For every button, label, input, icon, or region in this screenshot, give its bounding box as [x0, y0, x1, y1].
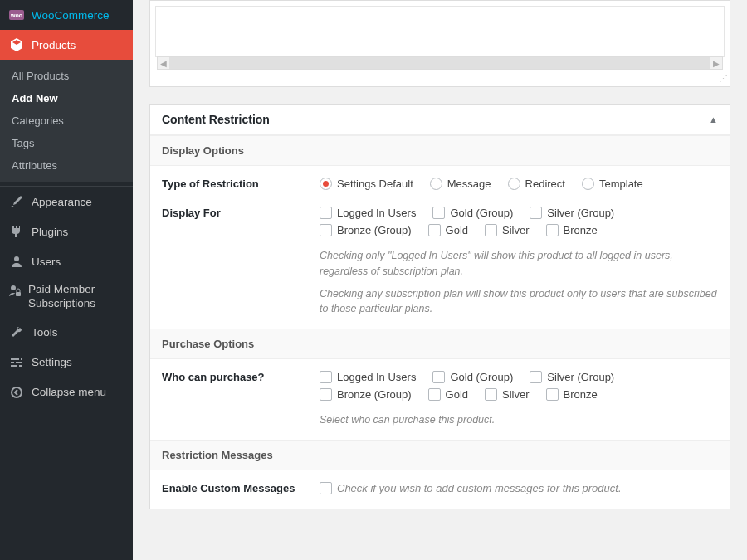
- sidebar-item-tools[interactable]: Tools: [0, 318, 133, 348]
- display-for-controls: Logged In Users Gold (Group) Silver (Gro…: [320, 207, 718, 317]
- sidebar-label: Products: [32, 39, 76, 51]
- scroll-right-icon[interactable]: ▶: [710, 59, 722, 68]
- hint-text: Checking any subscription plan will show…: [320, 286, 718, 318]
- submenu-tags[interactable]: Tags: [0, 132, 133, 154]
- scroll-track[interactable]: [169, 57, 710, 69]
- check-logged-in-users[interactable]: Logged In Users: [320, 371, 416, 383]
- field-type-of-restriction: Type of Restriction Settings Default Mes…: [150, 166, 730, 207]
- checkbox-icon: [320, 482, 332, 494]
- sidebar-label: Paid Member Subscriptions: [28, 283, 124, 311]
- check-bronze-group[interactable]: Bronze (Group): [320, 388, 412, 401]
- editor-area[interactable]: ◀ ▶ ⋰: [149, 0, 730, 87]
- checkbox-icon: [320, 224, 332, 236]
- check-gold-group[interactable]: Gold (Group): [432, 371, 513, 383]
- submenu-all-products[interactable]: All Products: [0, 65, 133, 87]
- sidebar-item-appearance[interactable]: Appearance: [0, 187, 133, 217]
- svg-rect-4: [16, 292, 21, 296]
- panel-header[interactable]: Content Restriction ▲: [150, 105, 730, 135]
- svg-point-5: [12, 387, 22, 397]
- radio-settings-default[interactable]: Settings Default: [320, 178, 413, 190]
- submenu-categories[interactable]: Categories: [0, 110, 133, 132]
- radio-message[interactable]: Message: [430, 178, 491, 190]
- check-logged-in-users[interactable]: Logged In Users: [320, 207, 416, 219]
- checkbox-icon: [432, 371, 445, 383]
- sidebar-label: Users: [32, 256, 61, 268]
- sidebar-label: Tools: [32, 326, 58, 338]
- user-icon: [8, 253, 25, 270]
- checkbox-icon: [546, 388, 559, 401]
- sidebar-item-products[interactable]: Products: [0, 30, 133, 60]
- sidebar-item-collapse[interactable]: Collapse menu: [0, 377, 133, 407]
- woocommerce-icon: woo: [8, 7, 25, 23]
- submenu-add-new[interactable]: Add New: [0, 87, 133, 110]
- field-label: Who can purchase?: [162, 371, 320, 383]
- section-display-options: Display Options: [150, 135, 730, 166]
- scroll-left-icon[interactable]: ◀: [158, 59, 169, 68]
- field-label: Type of Restriction: [162, 178, 320, 190]
- checkbox-icon: [320, 388, 332, 401]
- radio-icon: [508, 178, 520, 190]
- svg-text:woo: woo: [10, 12, 22, 18]
- brush-icon: [8, 193, 25, 210]
- plug-icon: [8, 223, 25, 240]
- radio-template[interactable]: Template: [582, 178, 643, 190]
- field-who-can-purchase: Who can purchase? Logged In Users Gold (…: [150, 359, 730, 440]
- restriction-type-radios: Settings Default Message Redirect Templa…: [320, 178, 718, 195]
- sidebar-label: Plugins: [32, 226, 68, 238]
- check-silver[interactable]: Silver: [485, 224, 530, 236]
- resize-handle-icon[interactable]: ⋰: [719, 74, 726, 85]
- checkbox-icon: [320, 207, 332, 219]
- checkbox-icon: [428, 388, 441, 401]
- field-label: Enable Custom Messages: [162, 482, 320, 494]
- editor-canvas[interactable]: [155, 6, 725, 57]
- checkbox-icon: [432, 207, 445, 219]
- panel-title: Content Restriction: [162, 113, 270, 126]
- check-silver-group[interactable]: Silver (Group): [530, 207, 614, 219]
- enable-custom-messages-controls: Check if you wish to add custom messages…: [320, 482, 718, 497]
- check-silver[interactable]: Silver: [485, 388, 530, 401]
- sidebar-label: WooCommerce: [32, 9, 110, 22]
- box-icon: [8, 37, 25, 53]
- collapse-triangle-icon[interactable]: ▲: [709, 114, 718, 124]
- sidebar-item-users[interactable]: Users: [0, 246, 133, 276]
- check-bronze[interactable]: Bronze: [546, 224, 598, 236]
- admin-sidebar: woo WooCommerce Products All Products Ad…: [0, 0, 133, 560]
- collapse-icon: [8, 384, 25, 401]
- check-bronze[interactable]: Bronze: [546, 388, 598, 401]
- sidebar-label: Appearance: [32, 196, 92, 208]
- sidebar-item-plugins[interactable]: Plugins: [0, 217, 133, 246]
- products-submenu: All Products Add New Categories Tags Att…: [0, 60, 133, 182]
- checkbox-icon: [485, 224, 497, 236]
- checkbox-icon: [428, 224, 441, 236]
- hint-text: Select who can purchase this product.: [320, 412, 718, 428]
- content-restriction-panel: Content Restriction ▲ Display Options Ty…: [149, 104, 730, 509]
- check-gold-group[interactable]: Gold (Group): [432, 207, 513, 219]
- submenu-attributes[interactable]: Attributes: [0, 154, 133, 177]
- sidebar-item-settings[interactable]: Settings: [0, 348, 133, 377]
- field-enable-custom-messages: Enable Custom Messages Check if you wish…: [150, 470, 730, 509]
- sidebar-item-pms[interactable]: Paid Member Subscriptions: [0, 276, 133, 318]
- horizontal-scrollbar[interactable]: ◀ ▶: [157, 56, 723, 70]
- section-purchase-options: Purchase Options: [150, 329, 730, 359]
- wrench-icon: [8, 324, 25, 341]
- check-silver-group[interactable]: Silver (Group): [530, 371, 614, 383]
- checkbox-icon: [320, 371, 332, 383]
- radio-icon: [430, 178, 442, 190]
- checkbox-icon: [485, 388, 497, 401]
- svg-point-2: [14, 256, 19, 261]
- sidebar-item-woocommerce[interactable]: woo WooCommerce: [0, 0, 133, 30]
- check-gold[interactable]: Gold: [428, 224, 468, 236]
- sidebar-label: Collapse menu: [32, 386, 106, 398]
- lock-user-icon: [8, 283, 22, 299]
- checkbox-icon: [546, 224, 559, 236]
- check-gold[interactable]: Gold: [428, 388, 468, 401]
- svg-point-3: [11, 285, 16, 290]
- field-display-for: Display For Logged In Users Gold (Group)…: [150, 207, 730, 329]
- check-enable-custom-messages[interactable]: Check if you wish to add custom messages…: [320, 482, 622, 494]
- radio-redirect[interactable]: Redirect: [508, 178, 565, 190]
- hint-text: Checking only "Logged In Users" will sho…: [320, 248, 718, 280]
- radio-icon: [582, 178, 594, 190]
- check-bronze-group[interactable]: Bronze (Group): [320, 224, 412, 236]
- main-content: ◀ ▶ ⋰ Content Restriction ▲ Display Opti…: [133, 0, 747, 560]
- checkbox-icon: [530, 207, 542, 219]
